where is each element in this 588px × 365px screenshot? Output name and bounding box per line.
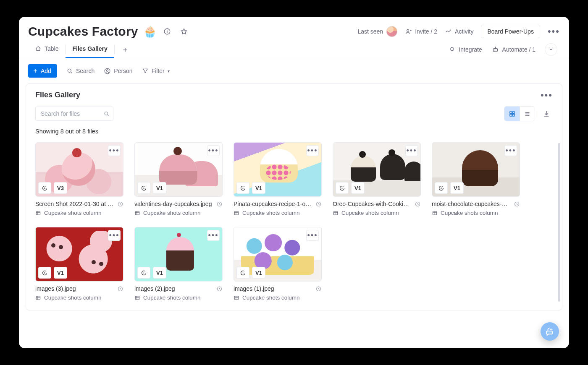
- feedback-fab[interactable]: [541, 322, 559, 341]
- list-view-button[interactable]: [520, 107, 535, 121]
- board-toolbar: Add Search Person Filter ▾: [19, 58, 569, 83]
- svg-rect-57: [433, 211, 436, 214]
- scrollbar[interactable]: [558, 143, 560, 302]
- file-thumbnail[interactable]: ••• V1: [432, 142, 520, 197]
- chevron-down-icon: ▾: [168, 69, 170, 73]
- file-menu-icon[interactable]: •••: [108, 145, 121, 156]
- file-menu-icon[interactable]: •••: [306, 230, 319, 241]
- automate-label: Automate / 1: [502, 46, 536, 53]
- add-comment-button[interactable]: [38, 182, 51, 194]
- column-label: Cupcake shots column: [44, 210, 102, 216]
- board-emoji: 🧁: [143, 25, 157, 38]
- add-comment-button[interactable]: [38, 267, 51, 279]
- svg-marker-19: [143, 69, 147, 73]
- file-card[interactable]: ••• V1 Pinata-cupcakes-recipe-1-of-… Cup…: [234, 142, 322, 216]
- file-card[interactable]: ••• V1 Oreo-Cupcakes-with-Cookie… Cupcak…: [333, 142, 421, 216]
- add-comment-button[interactable]: [137, 267, 150, 279]
- file-card[interactable]: ••• V3 Screen Shot 2022-01-30 at 1… Cupc…: [35, 142, 123, 216]
- files-search[interactable]: [35, 107, 113, 121]
- file-name: images (3).jpeg: [35, 285, 114, 292]
- automate-button[interactable]: Automate / 1: [491, 46, 536, 53]
- file-name: valentines-day-cupcakes.jpeg: [134, 201, 213, 207]
- svg-line-21: [108, 115, 109, 116]
- file-card[interactable]: ••• V1 images (2).jpeg Cupcake shots col…: [134, 227, 223, 301]
- toolbar-search-label: Search: [76, 68, 94, 74]
- svg-point-17: [105, 68, 110, 74]
- svg-rect-23: [512, 111, 514, 113]
- column-icon: [134, 210, 140, 216]
- version-badge: V3: [54, 182, 67, 194]
- svg-rect-75: [234, 296, 238, 299]
- files-search-input[interactable]: [35, 107, 113, 121]
- file-menu-icon[interactable]: •••: [306, 145, 319, 156]
- svg-point-12: [495, 47, 495, 47]
- add-comment-button[interactable]: [336, 182, 349, 194]
- column-icon: [234, 210, 239, 216]
- svg-rect-51: [333, 211, 337, 214]
- add-comment-button[interactable]: [236, 267, 249, 279]
- column-label: Cupcake shots column: [242, 210, 300, 216]
- version-badge: V1: [153, 182, 166, 194]
- file-menu-icon[interactable]: •••: [207, 145, 220, 156]
- file-thumbnail[interactable]: ••• V1: [134, 227, 223, 282]
- view-mode-toggle: [504, 106, 535, 121]
- file-card[interactable]: ••• V1 images (1).jpeg Cupcake shots col…: [234, 227, 322, 301]
- integrate-button[interactable]: Integrate: [449, 46, 482, 53]
- last-seen-label: Last seen: [357, 28, 383, 35]
- toolbar-person-label: Person: [114, 68, 132, 74]
- grid-view-button[interactable]: [504, 107, 520, 121]
- file-name: Pinata-cupcakes-recipe-1-of-…: [234, 201, 312, 207]
- add-button[interactable]: Add: [28, 64, 57, 78]
- board-header: Cupcakes Factory 🧁 Last seen Invite / 2: [19, 17, 569, 41]
- search-icon: [103, 111, 110, 117]
- file-thumbnail[interactable]: ••• V1: [333, 142, 421, 197]
- add-label: Add: [41, 68, 51, 74]
- clock-icon: [117, 201, 123, 207]
- toolbar-filter[interactable]: Filter ▾: [142, 68, 170, 74]
- file-card[interactable]: ••• V1 images (3).jpeg Cupcake shots col…: [35, 227, 123, 301]
- clock-icon: [117, 286, 123, 292]
- svg-rect-33: [36, 211, 40, 214]
- add-comment-button[interactable]: [236, 182, 249, 194]
- svg-rect-25: [512, 114, 514, 116]
- file-menu-icon[interactable]: •••: [108, 230, 121, 241]
- column-label: Cupcake shots column: [143, 295, 201, 301]
- info-icon[interactable]: [161, 25, 173, 38]
- powerups-button[interactable]: Board Power-Ups: [481, 25, 540, 38]
- clock-icon: [216, 286, 223, 292]
- file-thumbnail[interactable]: ••• V1: [234, 227, 322, 282]
- file-name: Oreo-Cupcakes-with-Cookie…: [333, 201, 411, 207]
- star-icon[interactable]: [178, 25, 190, 38]
- svg-marker-3: [181, 29, 187, 34]
- tab-table[interactable]: Table: [28, 41, 65, 58]
- add-comment-button[interactable]: [435, 182, 448, 194]
- add-view-button[interactable]: ＋: [115, 44, 136, 55]
- toolbar-person[interactable]: Person: [104, 68, 132, 75]
- column-label: Cupcake shots column: [44, 295, 102, 301]
- invite-label: Invite / 2: [415, 28, 437, 35]
- file-thumbnail[interactable]: ••• V1: [234, 142, 322, 197]
- view-tabs: Table Files Gallery ＋ Integrate Automate…: [19, 41, 569, 58]
- invite-button[interactable]: Invite / 2: [405, 28, 437, 35]
- column-label: Cupcake shots column: [441, 210, 498, 216]
- version-badge: V1: [54, 267, 67, 279]
- collapse-header-button[interactable]: [545, 43, 557, 56]
- version-badge: V1: [252, 267, 265, 279]
- file-card[interactable]: ••• V1 valentines-day-cupcakes.jpeg Cupc…: [134, 142, 223, 216]
- file-thumbnail[interactable]: ••• V1: [134, 142, 223, 197]
- file-thumbnail[interactable]: ••• V3: [35, 142, 123, 197]
- column-icon: [234, 295, 239, 301]
- column-icon: [333, 210, 339, 216]
- file-card[interactable]: ••• V1 moist-chocolate-cupcakes-5… Cupca…: [432, 142, 520, 216]
- file-menu-icon[interactable]: •••: [504, 145, 517, 156]
- file-menu-icon[interactable]: •••: [405, 145, 418, 156]
- add-comment-button[interactable]: [137, 182, 150, 194]
- download-all-button[interactable]: [540, 107, 553, 120]
- file-menu-icon[interactable]: •••: [207, 230, 220, 241]
- activity-button[interactable]: Activity: [445, 28, 473, 35]
- tab-files-gallery[interactable]: Files Gallery: [66, 41, 114, 58]
- last-seen[interactable]: Last seen: [357, 26, 397, 37]
- toolbar-search[interactable]: Search: [66, 68, 94, 74]
- column-icon: [134, 295, 140, 301]
- file-thumbnail[interactable]: ••• V1: [35, 227, 123, 282]
